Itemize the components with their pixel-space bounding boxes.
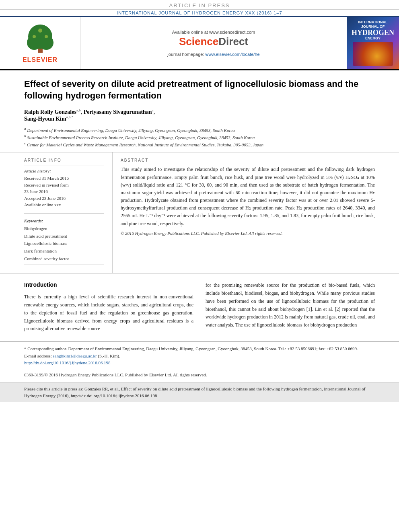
journal-homepage-label: journal homepage: (167, 52, 204, 57)
history-item-0: Received 31 March 2016 (24, 175, 104, 182)
affiliation-a-label: a (24, 127, 26, 131)
author-2-superscript: c (152, 108, 154, 112)
email-suffix: (S.-H. Kim). (98, 353, 120, 358)
citation-banner: Please cite this article in press as: Go… (0, 382, 399, 402)
elsevier-tree-icon (16, 23, 64, 55)
author-2-name: Periyasamy Sivagurunathan (84, 109, 152, 115)
introduction-section: Introduction There is currently a high l… (0, 273, 399, 341)
hydrogen-cover: International Journal of HYDROGEN ENERGY (347, 17, 399, 69)
email-line: E-mail address: sanghkim1@daegu.ac.kr (S… (24, 353, 375, 360)
header-center: Available online at www.sciencedirect.co… (80, 17, 347, 69)
science-part: Science (179, 35, 218, 47)
article-info-abstract-section: ARTICLE INFO Article history: Received 3… (0, 152, 399, 273)
introduction-right-text: for the promising renewable source for t… (206, 281, 375, 329)
author-1-superscript: a,b (76, 108, 81, 112)
keyword-3: Dark fermentation (24, 247, 104, 255)
abstract-copyright: © 2016 Hydrogen Energy Publications LLC.… (121, 231, 375, 236)
history-label: Article history: (24, 168, 104, 173)
hydrogen-cover-image (353, 42, 393, 66)
available-online-text: Available online at www.sciencedirect.co… (172, 30, 255, 35)
keywords-label: Keywords: (24, 218, 104, 223)
introduction-heading: Introduction (24, 281, 57, 289)
divider-1 (24, 166, 104, 166)
history-item-3: Accepted 23 June 2016 (24, 195, 104, 202)
hydrogen-cover-title-line1: International Journal of (350, 20, 396, 29)
email-link[interactable]: sanghkim1@daegu.ac.kr (53, 353, 97, 358)
keyword-1: Dilute acid pretreatment (24, 232, 104, 240)
copyright-footer: 0360-3199/© 2016 Hydrogen Energy Publica… (0, 371, 399, 379)
author-3-name: Sang-Hyoun Kim (24, 116, 66, 122)
footnote-section: * Corresponding author. Department of En… (0, 341, 399, 371)
article-history: Article history: Received 31 March 2016 … (24, 168, 104, 208)
author-3-superscript: a,b,* (66, 115, 74, 119)
history-item-1: Received in revised form (24, 182, 104, 189)
keyword-0: Biohydrogen (24, 225, 104, 232)
svg-point-5 (33, 35, 36, 38)
email-label: E-mail address: (24, 353, 52, 358)
journal-header-bar: INTERNATIONAL JOURNAL OF HYDROGEN ENERGY… (0, 10, 399, 17)
right-column-abstract: ABSTRACT This study aimed to investigate… (113, 152, 399, 273)
doi-url[interactable]: http://dx.doi.org/10.1016/j.ijhydene.201… (24, 360, 111, 365)
introduction-left: Introduction There is currently a high l… (24, 281, 193, 333)
affiliation-b-text: Sustainable Environmental Process Resear… (27, 135, 255, 140)
history-item-4: Available online xxx (24, 201, 104, 208)
direct-part: Direct (218, 35, 248, 47)
divider-2 (24, 213, 104, 214)
keyword-2: Lignocellulosic biomass (24, 240, 104, 247)
sciencedirect-logo: ScienceDirect (179, 35, 248, 48)
affiliation-c-label: c (24, 141, 26, 145)
top-header: ELSEVIER Available online at www.science… (0, 17, 399, 70)
keyword-4: Combined severity factor (24, 255, 104, 263)
abstract-text: This study aimed to investigate the rela… (121, 166, 375, 228)
introduction-left-text: There is currently a high level of scien… (24, 293, 193, 333)
svg-point-4 (38, 29, 42, 33)
doi-link: http://dx.doi.org/10.1016/j.ijhydene.201… (24, 359, 375, 367)
authors-line: Ralph Rolly Gonzalesa,b, Periyasamy Siva… (24, 108, 375, 122)
elsevier-logo-area: ELSEVIER (0, 17, 80, 69)
elsevier-brand: ELSEVIER (23, 56, 58, 64)
divider-3 (24, 265, 104, 265)
abstract-section-label: ABSTRACT (121, 158, 375, 162)
journal-homepage-link[interactable]: www.elsevier.com/locate/he (206, 52, 260, 57)
journal-homepage: journal homepage: www.elsevier.com/locat… (167, 52, 259, 57)
introduction-right: for the promising renewable source for t… (206, 281, 375, 333)
author-1-name: Ralph Rolly Gonzales (24, 109, 76, 115)
affiliation-b-label: b (24, 134, 26, 138)
hydrogen-cover-title-line2: HYDROGEN (352, 29, 394, 36)
corresponding-author-note: * Corresponding author. Department of En… (24, 345, 375, 353)
left-column-article-info: ARTICLE INFO Article history: Received 3… (0, 152, 113, 273)
hydrogen-cover-title-line3: ENERGY (365, 36, 380, 41)
affiliations: a Department of Environmental Engineerin… (24, 126, 375, 148)
history-item-2: 23 June 2016 (24, 188, 104, 195)
keywords-section: Keywords: Biohydrogen Dilute acid pretre… (24, 218, 104, 262)
svg-point-6 (45, 35, 48, 38)
affiliation-c-text: Center for Material Cycles and Waste Man… (27, 142, 263, 147)
article-info-section-label: ARTICLE INFO (24, 158, 104, 162)
article-title-section: Effect of severity on dilute acid pretre… (0, 70, 399, 152)
affiliation-a-text: Department of Environmental Engineering,… (27, 128, 234, 133)
article-title: Effect of severity on dilute acid pretre… (24, 78, 375, 101)
article-in-press-banner: ARTICLE IN PRESS (0, 0, 399, 10)
